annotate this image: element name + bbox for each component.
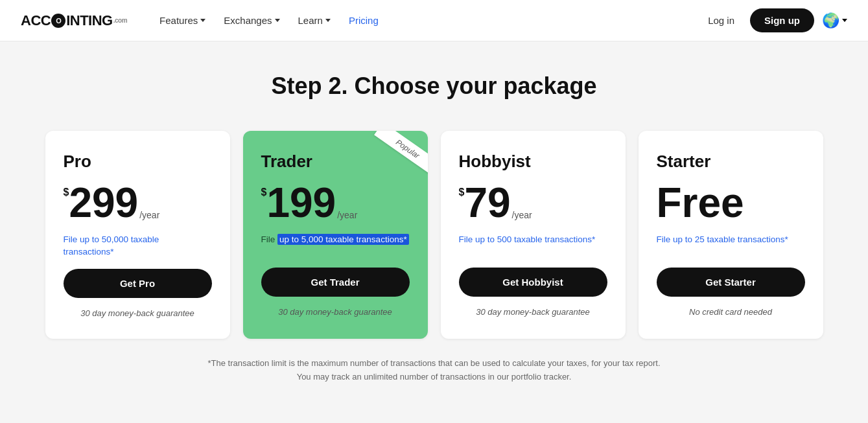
logo[interactable]: ACC O INTING .com [21, 12, 127, 29]
price-period: /year [337, 211, 357, 220]
plan-price-starter: Free [657, 182, 805, 223]
plan-description-pro: File up to 50,000 taxable transactions* [64, 234, 212, 258]
plan-description-trader: File up to 5,000 taxable transactions* [261, 234, 410, 257]
navbar: ACC O INTING .com Features Exchanges Lea… [0, 0, 868, 41]
price-free: Free [657, 182, 744, 223]
signup-button[interactable]: Sign up [750, 8, 814, 32]
language-selector[interactable]: 🌍 [822, 12, 847, 29]
nav-learn[interactable]: Learn [292, 11, 337, 30]
globe-icon: 🌍 [822, 12, 839, 29]
plan-price-hobbyist: $ 79 /year [459, 182, 607, 223]
plan-card-hobbyist: Hobbyist $ 79 /year File up to 500 taxab… [441, 131, 626, 339]
chevron-down-icon [842, 19, 847, 22]
plan-note-pro: 30 day money-back guarantee [64, 308, 212, 318]
price-dollar: $ [261, 187, 267, 198]
logo-coin-icon: O [51, 14, 65, 28]
login-button[interactable]: Log in [700, 10, 742, 31]
plan-card-pro: Pro $ 299 /year File up to 50,000 taxabl… [45, 131, 230, 339]
nav-actions: Log in Sign up 🌍 [700, 8, 847, 32]
get-hobbyist-button[interactable]: Get Hobbyist [459, 268, 607, 297]
main-content: Step 2. Choose your package Pro $ 299 /y… [0, 41, 868, 409]
price-amount: 79 [464, 182, 510, 223]
page-title: Step 2. Choose your package [16, 73, 852, 100]
plan-name-trader: Trader [261, 152, 410, 172]
plan-price-pro: $ 299 /year [64, 182, 212, 223]
plan-card-trader: Popular Trader $ 199 /year File up to 5,… [243, 131, 428, 339]
price-amount: 299 [69, 182, 138, 223]
plan-name-pro: Pro [64, 152, 212, 172]
get-pro-button[interactable]: Get Pro [64, 269, 212, 298]
price-dollar: $ [459, 187, 465, 198]
price-period: /year [139, 211, 159, 220]
get-trader-button[interactable]: Get Trader [261, 268, 410, 297]
nav-pricing[interactable]: Pricing [342, 11, 385, 30]
chevron-down-icon [200, 19, 205, 22]
plan-name-starter: Starter [657, 152, 805, 172]
price-amount: 199 [266, 182, 336, 223]
pricing-grid: Pro $ 299 /year File up to 50,000 taxabl… [45, 131, 823, 339]
price-period: /year [512, 211, 532, 220]
footnote: *The transaction limit is the maximum nu… [201, 357, 668, 384]
get-starter-button[interactable]: Get Starter [657, 268, 805, 297]
logo-dotcom: .com [113, 17, 127, 24]
chevron-down-icon [275, 19, 280, 22]
plan-price-trader: $ 199 /year [261, 182, 410, 223]
plan-description-starter: File up to 25 taxable transactions* [657, 234, 805, 257]
plan-note-hobbyist: 30 day money-back guarantee [459, 307, 607, 317]
chevron-down-icon [325, 19, 331, 22]
nav-links: Features Exchanges Learn Pricing [153, 11, 700, 30]
plan-note-trader: 30 day money-back guarantee [261, 307, 410, 317]
plan-note-starter: No credit card needed [657, 307, 805, 317]
nav-features[interactable]: Features [153, 11, 212, 30]
plan-card-starter: Starter Free File up to 25 taxable trans… [639, 131, 823, 339]
plan-description-hobbyist: File up to 500 taxable transactions* [459, 234, 607, 257]
plan-name-hobbyist: Hobbyist [459, 152, 607, 172]
nav-exchanges[interactable]: Exchanges [217, 11, 286, 30]
price-dollar: $ [64, 187, 69, 198]
highlighted-text: up to 5,000 taxable transactions* [277, 234, 409, 245]
